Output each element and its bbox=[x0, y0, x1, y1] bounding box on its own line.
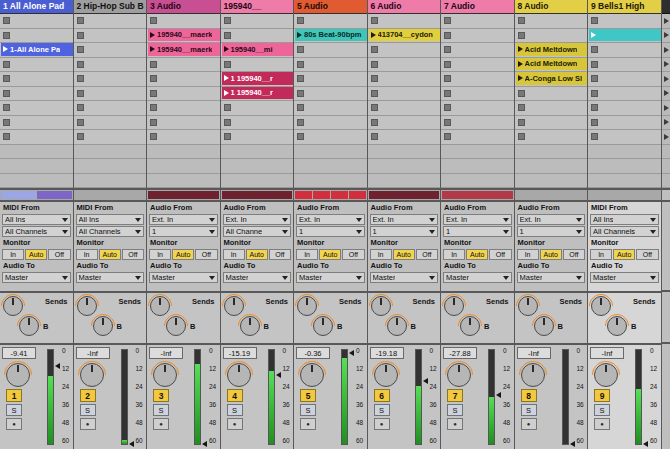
monitor-off-button[interactable]: Off bbox=[195, 249, 217, 260]
arm-button[interactable]: ● bbox=[80, 418, 96, 430]
track-number-button[interactable]: 3 bbox=[153, 389, 169, 402]
scene-slot[interactable] bbox=[662, 43, 670, 58]
clip-slot[interactable] bbox=[368, 72, 441, 87]
clip-play-icon[interactable] bbox=[150, 32, 155, 38]
clip-slot[interactable] bbox=[147, 58, 220, 73]
clip-stop-icon[interactable] bbox=[444, 17, 451, 24]
fader-position-icon[interactable] bbox=[202, 441, 207, 447]
input-routing-dropdown[interactable]: All Ins bbox=[590, 214, 659, 225]
clip-slot[interactable] bbox=[515, 159, 588, 174]
clip-play-icon[interactable] bbox=[224, 46, 229, 52]
clip-slot[interactable] bbox=[515, 87, 588, 102]
clip-slot[interactable] bbox=[74, 116, 147, 131]
clip-slot[interactable] bbox=[0, 101, 73, 116]
fader-position-icon[interactable] bbox=[496, 392, 501, 398]
clip-stop-icon[interactable] bbox=[591, 46, 598, 53]
clip-stop-icon[interactable] bbox=[77, 46, 84, 53]
clip-stop-icon[interactable] bbox=[150, 61, 157, 68]
send-a-knob[interactable] bbox=[297, 296, 317, 316]
solo-button[interactable]: S bbox=[300, 404, 316, 416]
clip-stop-icon[interactable] bbox=[371, 119, 378, 126]
clip-stop-icon[interactable] bbox=[591, 17, 598, 24]
clip-stop-icon[interactable] bbox=[518, 90, 525, 97]
clip-slot[interactable] bbox=[74, 130, 147, 145]
pan-knob[interactable] bbox=[594, 363, 618, 387]
clip-play-icon[interactable] bbox=[371, 32, 376, 38]
send-b-knob[interactable] bbox=[93, 316, 113, 336]
clip-play-icon[interactable] bbox=[224, 75, 229, 81]
clip-stop-icon[interactable] bbox=[444, 104, 451, 111]
monitor-off-button[interactable]: Off bbox=[636, 249, 658, 260]
clip-stop-icon[interactable] bbox=[371, 75, 378, 82]
clip-slot[interactable] bbox=[74, 159, 147, 174]
input-channel-dropdown[interactable]: All Channe bbox=[223, 226, 292, 237]
volume-display[interactable]: -Inf bbox=[590, 347, 624, 359]
input-channel-dropdown[interactable]: 1 bbox=[443, 226, 512, 237]
arm-button[interactable]: ● bbox=[521, 418, 537, 430]
clip-slot[interactable] bbox=[147, 145, 220, 160]
clip-slot[interactable] bbox=[0, 58, 73, 73]
monitor-in-button[interactable]: In bbox=[517, 249, 539, 260]
scene-slot[interactable] bbox=[662, 14, 670, 29]
input-routing-dropdown[interactable]: Ext. In bbox=[296, 214, 365, 225]
solo-button[interactable]: S bbox=[80, 404, 96, 416]
clip-stop-icon[interactable] bbox=[224, 104, 231, 111]
clip-stop-icon[interactable] bbox=[591, 119, 598, 126]
fader-position-icon[interactable] bbox=[570, 441, 575, 447]
clip-slot[interactable]: 1 195940__r bbox=[221, 87, 294, 102]
clip-slot[interactable]: 80s Beat-90bpm bbox=[294, 29, 367, 44]
solo-button[interactable]: S bbox=[447, 404, 463, 416]
track-number-button[interactable]: 6 bbox=[374, 389, 390, 402]
solo-button[interactable]: S bbox=[594, 404, 610, 416]
monitor-in-button[interactable]: In bbox=[76, 249, 98, 260]
clip-slot[interactable] bbox=[588, 87, 661, 102]
track-number-button[interactable]: 5 bbox=[300, 389, 316, 402]
clip-slot[interactable]: Acid Meltdown bbox=[515, 43, 588, 58]
monitor-auto-button[interactable]: Auto bbox=[466, 249, 488, 260]
volume-display[interactable]: -15.19 bbox=[223, 347, 257, 359]
clip-slot[interactable] bbox=[368, 130, 441, 145]
solo-button[interactable]: S bbox=[6, 404, 22, 416]
volume-display[interactable]: -0.36 bbox=[296, 347, 330, 359]
send-b-knob[interactable] bbox=[313, 316, 333, 336]
clip-slot[interactable] bbox=[147, 87, 220, 102]
clip-slot[interactable] bbox=[294, 116, 367, 131]
clip-slot[interactable] bbox=[0, 116, 73, 131]
scene-launch-icon[interactable] bbox=[664, 47, 669, 53]
clip-stop-icon[interactable] bbox=[150, 104, 157, 111]
clip-play-icon[interactable] bbox=[150, 46, 155, 52]
clip-slot[interactable] bbox=[441, 87, 514, 102]
clip-slot[interactable] bbox=[368, 14, 441, 29]
input-routing-dropdown[interactable]: Ext. In bbox=[517, 214, 586, 225]
clip-stop-icon[interactable] bbox=[297, 90, 304, 97]
output-routing-dropdown[interactable]: Master bbox=[443, 272, 512, 283]
clip-stop-icon[interactable] bbox=[297, 104, 304, 111]
scene-slot[interactable] bbox=[662, 174, 670, 189]
clip-stop-icon[interactable] bbox=[77, 75, 84, 82]
clip-stop-icon[interactable] bbox=[3, 17, 10, 24]
clip-stop-icon[interactable] bbox=[518, 104, 525, 111]
arm-button[interactable]: ● bbox=[374, 418, 390, 430]
clip-stop-icon[interactable] bbox=[444, 46, 451, 53]
output-routing-dropdown[interactable]: Master bbox=[223, 272, 292, 283]
output-routing-dropdown[interactable]: Master bbox=[590, 272, 659, 283]
send-a-knob[interactable] bbox=[150, 296, 170, 316]
track-header[interactable]: 9 Bells1 High bbox=[588, 0, 661, 14]
clip-slot[interactable] bbox=[441, 116, 514, 131]
clip-slot[interactable] bbox=[588, 130, 661, 145]
arm-button[interactable]: ● bbox=[227, 418, 243, 430]
track-header[interactable]: 8 Audio bbox=[515, 0, 588, 14]
monitor-off-button[interactable]: Off bbox=[416, 249, 438, 260]
clip-slot[interactable]: 1-All Alone Pa bbox=[0, 43, 73, 58]
clip-stop-icon[interactable] bbox=[297, 17, 304, 24]
track-header[interactable]: 3 Audio bbox=[147, 0, 220, 14]
clip-slot[interactable] bbox=[147, 14, 220, 29]
clip-slot[interactable] bbox=[0, 174, 73, 189]
clip-slot[interactable] bbox=[588, 29, 661, 44]
monitor-auto-button[interactable]: Auto bbox=[246, 249, 268, 260]
send-b-knob[interactable] bbox=[240, 316, 260, 336]
clip-slot[interactable] bbox=[368, 174, 441, 189]
clip-stop-icon[interactable] bbox=[371, 61, 378, 68]
clip-slot[interactable] bbox=[294, 43, 367, 58]
track-header[interactable]: 2 Hip-Hop Sub B bbox=[74, 0, 147, 14]
